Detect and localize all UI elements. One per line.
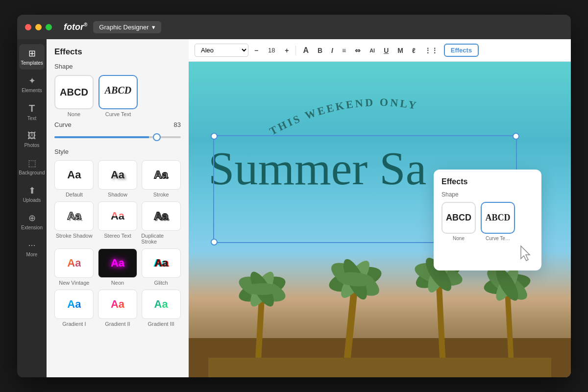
style-item-glitch[interactable]: Aa Glitch (141, 248, 181, 286)
sidebar-item-photos[interactable]: 🖼 Photos (19, 127, 45, 152)
link-btn[interactable]: ℓ (409, 45, 418, 56)
sidebar-item-label: More (26, 252, 38, 257)
style-text: Aa (67, 210, 81, 222)
sidebar-item-label: Text (27, 116, 36, 121)
sidebar-item-uploads[interactable]: ⬆ Uploads (19, 181, 45, 207)
grid-btn[interactable]: ⋮⋮ (421, 45, 441, 56)
style-box-stereo[interactable]: Aa (98, 201, 137, 231)
curve-slider-container: Curve 83 (54, 121, 181, 140)
photos-icon: 🖼 (27, 131, 36, 141)
canvas-area: Aleo − 18 + A B I ≡ ⇔ AI U M ℓ ⋮⋮ Effect… (189, 39, 571, 377)
style-label-gradient3: Gradient III (147, 321, 174, 327)
shape-option-curve[interactable]: ABCD Curve Text (98, 75, 138, 117)
shape-label-none: None (68, 111, 80, 117)
ai-btn[interactable]: AI (367, 46, 378, 55)
popup-shapes: ABCD None ABCD Curve Te… (441, 202, 534, 241)
style-box-stroke-shadow[interactable]: Aa (54, 201, 94, 231)
close-button[interactable] (25, 24, 31, 30)
style-box-new-vintage[interactable]: Aa (54, 248, 94, 278)
style-text: Aa (154, 257, 168, 270)
shape-box-curve[interactable]: ABCD (98, 75, 138, 109)
titlebar: fotor® Graphic Designer ▾ (17, 15, 571, 39)
style-label-neon: Neon (111, 280, 124, 286)
style-item-stroke-shadow[interactable]: Aa Stroke Shadow (54, 201, 94, 245)
style-box-glitch[interactable]: Aa (142, 248, 181, 278)
canvas[interactable]: THIS WEEKEND ONLY Summer Sa (189, 62, 571, 377)
style-item-gradient2[interactable]: Aa Gradient II (98, 290, 138, 327)
style-text: Aa (154, 298, 168, 311)
font-size-btn[interactable]: A (300, 44, 312, 57)
effects-panel: Effects Shape ABCD None ABCD Curve Text (47, 39, 189, 377)
popup-shape-none[interactable]: ABCD None (441, 202, 476, 241)
minimize-button[interactable] (35, 24, 42, 30)
templates-icon: ⊞ (28, 48, 36, 59)
align-center-btn[interactable]: ⇔ (352, 45, 364, 56)
icon-sidebar: ⊞ Templates ✦ Elements T Text 🖼 Photos ⬚… (17, 39, 47, 377)
svg-marker-24 (521, 246, 530, 261)
cursor-icon (519, 245, 534, 263)
effects-button[interactable]: Effects (444, 44, 479, 57)
sidebar-item-label: Extension (21, 225, 43, 230)
sidebar-item-text[interactable]: T Text (19, 99, 45, 125)
style-item-stroke[interactable]: Aa Stroke (141, 160, 181, 197)
style-label-stroke: Stroke (153, 192, 169, 197)
sidebar-item-label: Uploads (23, 197, 41, 203)
background-icon: ⬚ (28, 158, 36, 169)
sidebar-item-templates[interactable]: ⊞ Templates (19, 44, 45, 70)
style-item-stereo[interactable]: Aa Stereo Text (98, 201, 138, 245)
popup-shape-text-none: ABCD (446, 213, 471, 223)
popup-shape-box-curve[interactable]: ABCD (481, 202, 515, 234)
shape-option-none[interactable]: ABCD None (54, 75, 94, 117)
style-box-gradient3[interactable]: Aa (142, 290, 181, 319)
style-box-gradient1[interactable]: Aa (54, 290, 94, 319)
style-box-shadow[interactable]: Aa (98, 160, 137, 190)
style-box-dup-stroke[interactable]: Aa (142, 201, 181, 231)
sidebar-item-extension[interactable]: ⊕ Extension (19, 209, 45, 234)
panel-title: Effects (54, 47, 181, 57)
style-item-default[interactable]: Aa Default (54, 160, 94, 197)
popup-effects-panel: Effects Shape ABCD None (434, 170, 541, 270)
app-dropdown[interactable]: Graphic Designer ▾ (93, 21, 161, 33)
style-text: Aa (67, 169, 81, 181)
chevron-down-icon: ▾ (152, 24, 155, 31)
app-window: fotor® Graphic Designer ▾ ⊞ Templates ✦ … (17, 15, 571, 377)
italic-btn[interactable]: I (328, 45, 336, 56)
underline-btn[interactable]: U (381, 45, 392, 56)
style-text: Aa (154, 210, 168, 222)
style-item-dup-stroke[interactable]: Aa Duplicate Stroke (141, 201, 181, 245)
style-item-gradient1[interactable]: Aa Gradient I (54, 290, 94, 327)
maximize-button[interactable] (46, 24, 52, 30)
sidebar-item-more[interactable]: ··· More (19, 236, 45, 261)
style-item-gradient3[interactable]: Aa Gradient III (141, 290, 181, 327)
style-item-neon[interactable]: Aa Neon (98, 248, 138, 286)
style-box-default[interactable]: Aa (54, 160, 94, 190)
svg-point-6 (245, 283, 279, 295)
curve-value: 83 (174, 121, 181, 128)
decrease-font-btn[interactable]: − (251, 45, 261, 56)
style-box-neon[interactable]: Aa (98, 248, 137, 278)
sidebar-item-label: Background (19, 170, 45, 175)
more-text-btn[interactable]: M (394, 45, 406, 56)
popup-shape-label-curve: Curve Te… (486, 236, 510, 241)
curve-label: Curve (54, 121, 72, 128)
style-grid: Aa Default Aa Shadow Aa Stroke (54, 160, 181, 327)
font-select[interactable]: Aleo (195, 44, 248, 57)
main-content: ⊞ Templates ✦ Elements T Text 🖼 Photos ⬚… (17, 39, 571, 377)
sidebar-item-elements[interactable]: ✦ Elements (19, 72, 45, 97)
style-box-stroke[interactable]: Aa (142, 160, 181, 190)
bold-btn[interactable]: B (315, 45, 325, 56)
more-icon: ··· (28, 240, 35, 250)
style-item-shadow[interactable]: Aa Shadow (98, 160, 138, 197)
popup-shape-box-none[interactable]: ABCD (441, 202, 476, 234)
sidebar-item-background[interactable]: ⬚ Background (19, 154, 45, 179)
align-left-btn[interactable]: ≡ (339, 45, 349, 56)
shape-text-none: ABCD (60, 87, 88, 98)
shape-label-curve: Curve Text (105, 111, 131, 117)
style-text: Aa (111, 298, 124, 311)
increase-font-btn[interactable]: + (282, 45, 292, 56)
style-item-new-vintage[interactable]: Aa New Vintage (54, 248, 94, 286)
style-box-gradient2[interactable]: Aa (98, 290, 137, 319)
curve-slider[interactable] (54, 136, 181, 138)
popup-shape-curve[interactable]: ABCD Curve Te… (481, 202, 515, 241)
shape-box-none[interactable]: ABCD (54, 75, 94, 109)
